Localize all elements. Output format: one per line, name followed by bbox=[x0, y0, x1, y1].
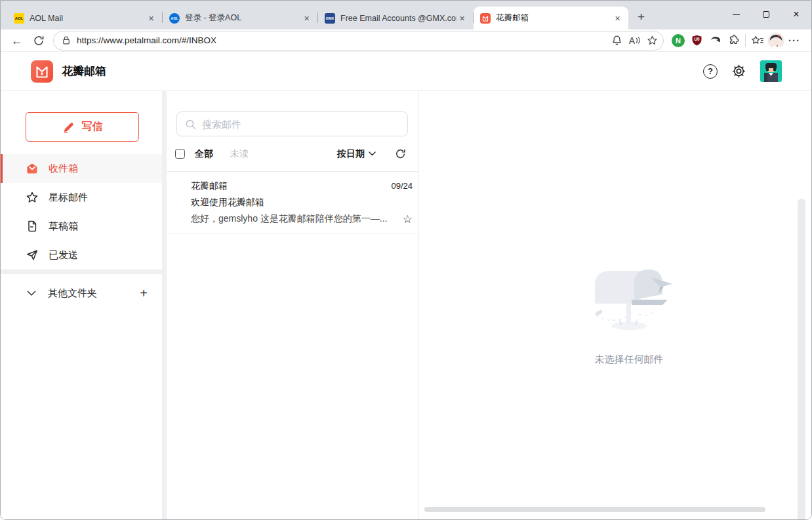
reload-icon bbox=[33, 35, 45, 47]
help-button[interactable]: ? bbox=[703, 64, 718, 79]
email-preview: 您好，gemslyho 这是花瓣邮箱陪伴您的第一—... bbox=[191, 213, 396, 225]
maximize-button[interactable] bbox=[751, 1, 781, 28]
extensions-puzzle-icon bbox=[727, 34, 740, 47]
tab-title: AOL Mail bbox=[30, 14, 146, 23]
tab-title: Free Email Accounts @GMX.com: bbox=[340, 14, 457, 23]
help-icon: ? bbox=[708, 66, 713, 76]
sidebar-divider bbox=[1, 270, 162, 274]
extension-swoosh-icon bbox=[709, 34, 721, 47]
extension-n-icon: N bbox=[672, 34, 685, 47]
url-input[interactable]: https://www.petalmail.com/#/INBOX bbox=[77, 35, 608, 45]
other-folders-row[interactable]: 其他文件夹 + bbox=[1, 279, 162, 308]
empty-state: 未选择任何邮件 bbox=[577, 258, 681, 366]
select-all-checkbox[interactable] bbox=[175, 149, 185, 159]
mail-list-pane: 全部 未读 按日期 花瓣邮箱 09/24 欢迎使用花瓣邮箱 您好，gem bbox=[167, 91, 418, 520]
email-date: 09/24 bbox=[391, 181, 413, 191]
chevron-down-icon bbox=[369, 151, 376, 156]
minimize-icon bbox=[733, 14, 740, 15]
compose-button[interactable]: 写信 bbox=[26, 112, 139, 142]
extension-n-button[interactable]: N bbox=[669, 31, 687, 50]
extensions-puzzle-button[interactable] bbox=[724, 31, 742, 50]
pencil-icon bbox=[62, 121, 75, 133]
ublock-button[interactable]: U0 bbox=[687, 31, 706, 50]
inbox-icon bbox=[26, 162, 39, 175]
star-icon bbox=[26, 191, 39, 204]
minimize-button[interactable] bbox=[721, 1, 751, 28]
sidebar-item-starred[interactable]: 星标邮件 bbox=[1, 183, 162, 212]
other-folders-label: 其他文件夹 bbox=[48, 287, 97, 300]
add-folder-button[interactable]: + bbox=[140, 287, 148, 300]
reload-button[interactable] bbox=[28, 31, 49, 50]
horizontal-scrollbar[interactable] bbox=[424, 507, 765, 512]
sort-by-date-dropdown[interactable]: 按日期 bbox=[337, 148, 376, 160]
profile-avatar bbox=[767, 32, 784, 49]
refresh-button[interactable] bbox=[395, 148, 406, 159]
sidebar-item-drafts[interactable]: 草稿箱 bbox=[1, 212, 162, 241]
browser-window: AOL AOL Mail × AOL 登录 - 登录AOL × GMX Free… bbox=[0, 0, 812, 520]
favorite-star-icon bbox=[647, 35, 658, 46]
browser-menu-button[interactable]: ··· bbox=[785, 31, 803, 50]
back-icon: ← bbox=[11, 35, 23, 47]
new-tab-button[interactable]: + bbox=[632, 7, 651, 26]
aol-login-favicon-icon: AOL bbox=[169, 13, 180, 24]
tab-title: 花瓣邮箱 bbox=[496, 12, 612, 24]
sidebar-item-label: 草稿箱 bbox=[49, 220, 78, 233]
search-input[interactable] bbox=[202, 119, 399, 130]
email-list-item[interactable]: 花瓣邮箱 09/24 欢迎使用花瓣邮箱 您好，gemslyho 这是花瓣邮箱陪伴… bbox=[167, 172, 418, 234]
app-header: 花瓣邮箱 ? bbox=[1, 52, 811, 91]
mailbox-illustration bbox=[577, 258, 681, 335]
back-button[interactable]: ← bbox=[6, 31, 28, 50]
search-box[interactable] bbox=[176, 111, 408, 136]
email-subject: 欢迎使用花瓣邮箱 bbox=[191, 197, 413, 209]
close-window-button[interactable]: × bbox=[781, 1, 811, 28]
settings-button[interactable] bbox=[731, 64, 746, 79]
filter-all[interactable]: 全部 bbox=[195, 148, 213, 160]
tab-gmx[interactable]: GMX Free Email Accounts @GMX.com: × bbox=[318, 7, 473, 30]
search-icon bbox=[185, 119, 196, 130]
window-controls: × bbox=[721, 1, 811, 28]
aol-favicon-icon: AOL bbox=[14, 13, 24, 24]
read-aloud-waves-icon bbox=[636, 37, 640, 45]
tab-strip: AOL AOL Mail × AOL 登录 - 登录AOL × GMX Free… bbox=[1, 1, 811, 30]
read-aloud-icon: A bbox=[629, 35, 635, 46]
extension-swoosh-button[interactable] bbox=[706, 31, 724, 50]
compose-label: 写信 bbox=[82, 120, 103, 134]
tab-close-icon[interactable]: × bbox=[612, 12, 623, 24]
notifications-bell-button[interactable] bbox=[608, 32, 626, 49]
app-content: 写信 收件箱 星标邮件 bbox=[1, 91, 811, 520]
list-toolbar: 全部 未读 按日期 bbox=[167, 136, 418, 172]
vertical-scrollbar[interactable] bbox=[798, 199, 805, 520]
svg-text:U0: U0 bbox=[694, 37, 700, 41]
lock-icon bbox=[62, 35, 71, 45]
draft-icon bbox=[26, 220, 39, 233]
sidebar-item-label: 已发送 bbox=[49, 249, 78, 262]
bell-icon bbox=[611, 35, 622, 46]
sidebar-item-sent[interactable]: 已发送 bbox=[1, 241, 162, 270]
email-star-button[interactable]: ☆ bbox=[403, 214, 413, 225]
tab-close-icon[interactable]: × bbox=[457, 12, 468, 24]
sent-icon bbox=[26, 249, 39, 262]
tab-close-icon[interactable]: × bbox=[301, 12, 312, 24]
tab-aol-login[interactable]: AOL 登录 - 登录AOL × bbox=[163, 7, 317, 30]
tab-aol-mail[interactable]: AOL AOL Mail × bbox=[7, 7, 162, 30]
sidebar-item-label: 收件箱 bbox=[49, 163, 78, 175]
ublock-shield-icon: U0 bbox=[691, 34, 703, 47]
address-bar[interactable]: https://www.petalmail.com/#/INBOX A bbox=[53, 31, 664, 50]
refresh-icon bbox=[395, 148, 406, 159]
tab-close-icon[interactable]: × bbox=[146, 12, 157, 24]
tab-title: 登录 - 登录AOL bbox=[185, 12, 301, 24]
browser-toolbar: ← https://www.petalmail.com/#/INBOX A N … bbox=[1, 30, 811, 52]
read-aloud-button[interactable]: A bbox=[626, 32, 643, 49]
favorite-star-button[interactable] bbox=[643, 32, 661, 49]
user-avatar[interactable] bbox=[760, 60, 782, 82]
tab-petalmail-active[interactable]: 花瓣邮箱 × bbox=[474, 7, 628, 30]
folder-nav: 收件箱 星标邮件 草稿箱 bbox=[1, 154, 162, 270]
favorites-list-button[interactable] bbox=[748, 31, 767, 50]
gear-icon bbox=[731, 64, 746, 79]
gmx-favicon-icon: GMX bbox=[325, 13, 335, 24]
filter-unread[interactable]: 未读 bbox=[230, 148, 249, 160]
empty-state-text: 未选择任何邮件 bbox=[577, 353, 681, 366]
page-title: 花瓣邮箱 bbox=[62, 64, 106, 79]
profile-avatar-button[interactable] bbox=[767, 31, 785, 50]
sidebar-item-inbox[interactable]: 收件箱 bbox=[1, 154, 162, 183]
